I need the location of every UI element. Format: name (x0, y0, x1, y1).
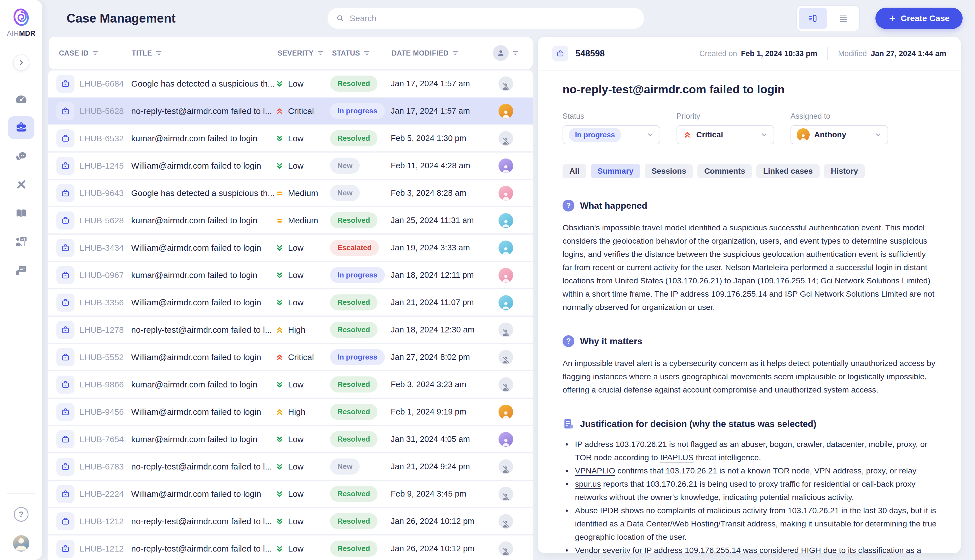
priority-value: Critical (696, 130, 723, 139)
table-row[interactable]: LHUB-0967 kumar@airmdr.com failed to log… (48, 262, 533, 289)
tab-sessions[interactable]: Sessions (644, 164, 693, 178)
status-badge: Resolved (330, 322, 377, 338)
severity-label: Low (288, 298, 304, 307)
tab-summary[interactable]: Summary (591, 164, 640, 178)
status-badge: Escalated (330, 240, 379, 256)
severity-icon (275, 462, 284, 471)
briefcase-icon (61, 243, 70, 252)
column-severity[interactable]: SEVERITY (277, 49, 332, 57)
date-modified: Feb 9, 2024 3:45 pm (391, 489, 478, 498)
table-row[interactable]: LHUB-6783 no-reply-test@airmdr.com faile… (48, 453, 533, 481)
case-icon (57, 321, 75, 339)
unassigned-avatar-icon (499, 323, 513, 337)
sidebar-expand-button[interactable] (13, 54, 29, 71)
sidebar-item-knowledge-base[interactable] (0, 199, 42, 227)
severity-cell: Low (275, 270, 330, 280)
severity-icon (275, 188, 284, 198)
sidebar-item-assistant-chat[interactable] (0, 142, 42, 170)
table-row[interactable]: LHUB-6532 kumar@airmdr.com failed to log… (48, 125, 533, 153)
severity-icon (275, 79, 284, 88)
sidebar-item-feedback[interactable] (0, 256, 42, 284)
table-row[interactable]: LHUB-6684 Google has detected a suspicio… (48, 70, 533, 98)
tab-linked-cases[interactable]: Linked cases (756, 164, 820, 178)
assignee-avatar (499, 213, 513, 228)
severity-label: Low (288, 134, 304, 143)
severity-icon (275, 353, 284, 362)
table-row[interactable]: LHUB-1245 William@airmdr.com failed to l… (48, 153, 533, 180)
table-row[interactable]: LHUB-1278 no-reply-test@airmdr.com faile… (48, 317, 533, 344)
case-table: CASE ID TITLE SEVERITY STATUS DATE MODIF… (48, 37, 533, 560)
intel-source-link[interactable]: IPAPI.US (660, 453, 693, 462)
assignee-avatar (797, 128, 810, 141)
case-icon (57, 430, 75, 448)
severity-cell: Medium (275, 188, 330, 198)
sidebar-item-training[interactable] (0, 227, 42, 256)
critical-severity-icon (683, 130, 692, 139)
user-avatar[interactable] (13, 535, 29, 552)
status-badge: New (330, 185, 360, 201)
case-icon (57, 239, 75, 257)
filter-icon[interactable] (155, 50, 162, 57)
case-icon (57, 403, 75, 421)
case-title: kumar@airmdr.com failed to login (131, 270, 275, 280)
chevron-down-icon (761, 131, 768, 138)
table-row[interactable]: LHUB-9456 William@airmdr.com failed to l… (48, 399, 533, 426)
list-view-icon (838, 13, 848, 23)
help-button[interactable]: ? (14, 507, 28, 522)
sidebar-item-tools[interactable] (0, 170, 42, 199)
column-case-id[interactable]: CASE ID (59, 49, 132, 57)
column-status[interactable]: STATUS (332, 49, 392, 57)
severity-label: Medium (288, 188, 318, 198)
filter-icon[interactable] (92, 50, 99, 57)
intel-source-link[interactable]: VPNAPI.IO (575, 466, 615, 475)
sidebar-item-dashboard[interactable] (0, 85, 42, 113)
filter-icon[interactable] (363, 50, 370, 57)
table-row[interactable]: LHUB-1212 no-reply-test@airmdr.com faile… (48, 508, 533, 535)
why-it-matters-section: ? Why it matters (563, 335, 937, 347)
filter-icon[interactable] (512, 50, 519, 57)
column-assignee[interactable] (479, 45, 533, 61)
list-view-button[interactable] (829, 8, 857, 29)
table-row[interactable]: LHUB-7654 kumar@airmdr.com failed to log… (48, 426, 533, 453)
table-row[interactable]: LHUB-3434 William@airmdr.com failed to l… (48, 235, 533, 262)
column-date-modified[interactable]: DATE MODIFIED (392, 49, 479, 57)
case-id: LHUB-6783 (80, 462, 131, 472)
sidebar-item-cases[interactable] (0, 113, 42, 142)
severity-label: Low (288, 462, 304, 472)
assigned-value: Anthony (814, 130, 846, 139)
tab-comments[interactable]: Comments (698, 164, 752, 178)
severity-label: Low (288, 489, 304, 499)
case-icon (57, 75, 75, 93)
case-icon (57, 157, 75, 175)
status-select[interactable]: In progress (563, 125, 660, 144)
case-icon (57, 348, 75, 366)
table-row[interactable]: LHUB-5552 William@airmdr.com failed to l… (48, 344, 533, 372)
table-row[interactable]: LHUB-9643 Google has detected a suspicio… (48, 180, 533, 207)
create-case-button[interactable]: Create Case (875, 8, 963, 29)
search-input[interactable] (349, 13, 636, 23)
search-bar[interactable] (327, 8, 644, 29)
case-id: LHUB-1212 (80, 517, 131, 526)
tab-all[interactable]: All (563, 164, 586, 178)
table-row[interactable]: LHUB-5628 kumar@airmdr.com failed to log… (48, 207, 533, 235)
column-title[interactable]: TITLE (132, 49, 277, 57)
filter-icon[interactable] (317, 50, 324, 57)
plus-icon (888, 14, 896, 22)
priority-select[interactable]: Critical (676, 125, 774, 144)
table-row[interactable]: LHUB-1212 no-reply-test@airmdr.com faile… (48, 535, 533, 560)
table-row[interactable]: LHUB-2224 William@airmdr.com failed to l… (48, 481, 533, 508)
case-title: William@airmdr.com failed to login (131, 489, 275, 499)
table-row[interactable]: LHUB-9866 kumar@airmdr.com failed to log… (48, 372, 533, 399)
case-title: no-reply-test@airmdr.com failed to login (563, 83, 937, 96)
date-modified: Jan 17, 2024 1:57 am (391, 106, 478, 116)
assignee-avatar (499, 240, 513, 255)
filter-icon[interactable] (452, 50, 459, 57)
split-view-button[interactable] (799, 8, 827, 29)
case-icon (57, 512, 75, 530)
table-row[interactable]: LHUB-5628 no-reply-test@airmdr.com faile… (48, 98, 533, 125)
intel-source-link[interactable]: spur.us (575, 479, 601, 488)
created-value: Feb 1, 2024 10:33 pm (741, 49, 817, 58)
assigned-select[interactable]: Anthony (790, 125, 888, 144)
tab-history[interactable]: History (824, 164, 865, 178)
table-row[interactable]: LHUB-3356 William@airmdr.com failed to l… (48, 289, 533, 317)
